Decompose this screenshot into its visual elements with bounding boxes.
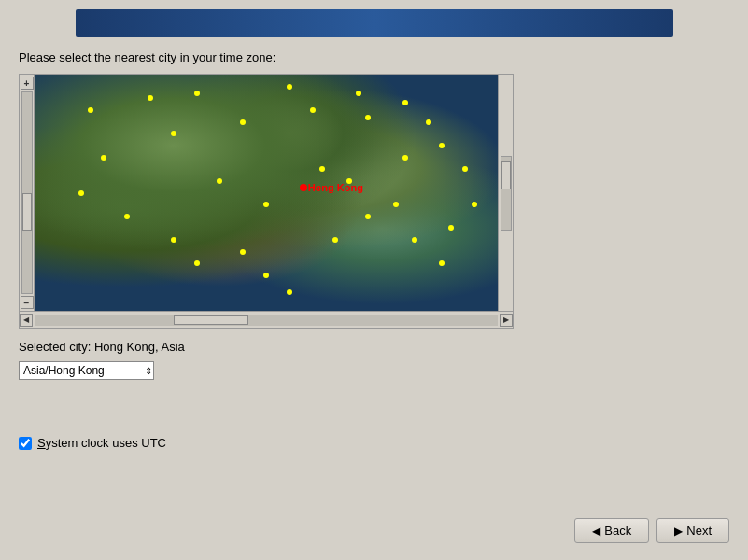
city-dot[interactable] [263,202,269,207]
city-dot[interactable] [402,155,408,161]
utc-label: System clock uses UTC [37,436,166,450]
city-dot[interactable] [332,237,338,243]
next-button[interactable]: ▶ Next [656,518,729,543]
city-dot[interactable] [88,107,93,113]
header-bar [76,9,673,37]
horizontal-scrollbar[interactable]: ◀ ▶ [19,312,514,329]
vertical-scroll-thumb-right[interactable] [501,161,511,189]
city-dot[interactable] [217,178,222,184]
city-dot[interactable] [412,237,417,243]
selected-city-label-map: Hong Kong [308,182,363,193]
back-icon: ◀ [592,525,600,538]
city-dot[interactable] [171,237,176,243]
city-dot[interactable] [393,202,399,207]
utc-checkbox[interactable] [19,437,32,450]
hscroll-track[interactable] [35,315,498,326]
utc-row: System clock uses UTC [19,436,729,450]
right-scroll [498,75,513,311]
vertical-scroll-track-left[interactable] [21,91,33,294]
city-dot[interactable] [319,166,325,172]
timezone-select[interactable]: Asia/Hong Kong Asia/Tokyo Asia/Shanghai … [19,361,154,380]
city-dot[interactable] [448,225,454,231]
city-dot[interactable] [439,143,445,148]
map-center[interactable]: Hong Kong [35,75,498,311]
next-icon: ▶ [674,525,683,538]
zoom-in-button[interactable]: + [21,77,34,90]
hscroll-left-button[interactable]: ◀ [20,314,33,327]
city-dot[interactable] [194,91,200,96]
city-dot[interactable] [78,190,84,196]
city-dot[interactable] [462,166,468,172]
city-dot[interactable] [194,260,200,266]
city-dot[interactable] [439,260,445,266]
back-label: Back [604,524,631,538]
selected-city-text: Selected city: Hong Kong, Asia [19,340,729,354]
timezone-select-container: Asia/Hong Kong Asia/Tokyo Asia/Shanghai … [19,361,154,380]
zoom-out-button[interactable]: − [21,296,34,309]
instruction-text: Please select the nearest city in your t… [19,50,729,64]
city-dot[interactable] [171,131,176,136]
main-content: Please select the nearest city in your t… [0,37,748,463]
timezone-select-wrapper: Asia/Hong Kong Asia/Tokyo Asia/Shanghai … [19,361,729,380]
city-dot[interactable] [356,91,361,96]
map-wrapper: + − [19,74,514,312]
left-scroll: + − [20,75,35,311]
city-dot[interactable] [124,214,130,219]
city-dot[interactable] [287,289,292,295]
next-label: Next [686,524,712,538]
city-dot[interactable] [263,273,269,278]
map-terrain[interactable]: Hong Kong [35,75,498,311]
back-button[interactable]: ◀ Back [574,518,649,543]
city-dot[interactable] [402,100,408,105]
city-dot[interactable] [310,107,316,113]
city-dot[interactable] [365,115,371,120]
hscroll-right-button[interactable]: ▶ [500,314,513,327]
city-dot[interactable] [472,202,477,207]
city-dot[interactable] [240,249,246,255]
city-dot[interactable] [426,119,431,125]
city-dot[interactable] [240,119,246,125]
vertical-scroll-track-right[interactable] [501,156,512,231]
selected-city-dot[interactable] [300,184,307,191]
city-dot[interactable] [101,155,106,161]
bottom-buttons: ◀ Back ▶ Next [574,518,729,543]
city-dot[interactable] [287,84,292,90]
city-dot[interactable] [148,95,153,101]
map-container: + − [19,74,729,329]
city-dot[interactable] [365,214,371,219]
vertical-scroll-thumb-left[interactable] [22,193,32,231]
hscroll-thumb[interactable] [174,315,248,325]
